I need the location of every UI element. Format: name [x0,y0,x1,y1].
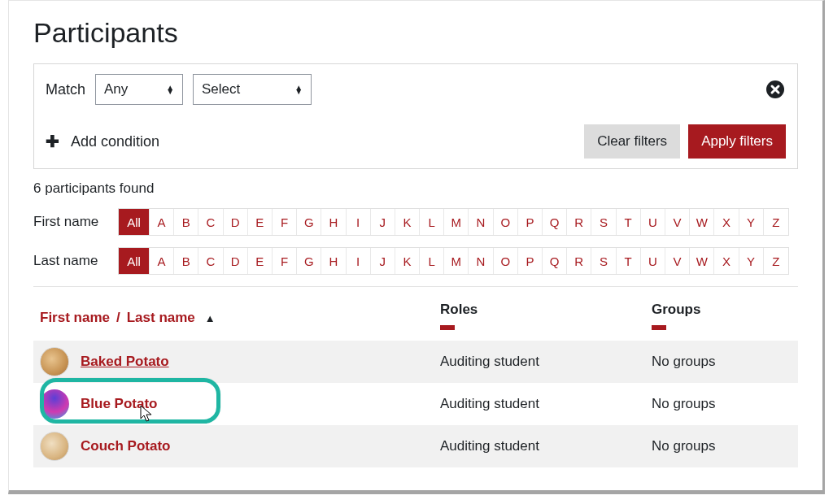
alpha-filter-letter[interactable]: K [395,209,420,235]
alpha-filter-letter[interactable]: U [641,248,665,274]
avatar[interactable] [40,347,69,376]
alpha-filter-letter[interactable]: J [371,209,395,235]
alpha-filter-letter[interactable]: E [248,248,273,274]
alpha-filter-letter[interactable]: I [347,248,371,274]
cell-role: Auditing student [440,396,652,412]
participant-name-link[interactable]: Couch Potato [81,438,171,454]
alpha-filter-letter[interactable]: O [494,248,518,274]
alpha-filter-letter[interactable]: Z [764,248,788,274]
sort-asc-icon: ▲ [205,312,216,324]
alpha-filter-letter[interactable]: A [150,248,174,274]
cell-name: Couch Potato [33,432,440,461]
alpha-filter-letter[interactable]: D [224,248,248,274]
alpha-filter-letter[interactable]: C [198,248,223,274]
cell-group: No groups [652,354,798,370]
alpha-filter-letter[interactable]: G [297,209,321,235]
remove-filter-button[interactable] [765,79,786,100]
sort-firstname-link[interactable]: First name [40,310,110,326]
table-row: Couch PotatoAuditing studentNo groups [33,425,798,467]
alpha-filter-all[interactable]: All [119,248,150,274]
cell-role: Auditing student [440,354,652,370]
select-caret-icon: ▲▼ [294,85,303,93]
filter-box: Match Any ▲▼ Select ▲▼ [33,63,798,169]
participant-name-link[interactable]: Baked Potato [81,354,169,370]
alpha-filter-letter[interactable]: V [665,248,690,274]
alpha-filter-letter[interactable]: K [395,248,420,274]
alpha-filter-letter[interactable]: A [150,209,174,235]
alpha-filter-letter[interactable]: F [273,209,297,235]
lastname-alpha-strip: AllABCDEFGHIJKLMNOPQRSTUVWXYZ [118,247,789,275]
alpha-filter-letter[interactable]: R [567,248,591,274]
alpha-filter-letter[interactable]: X [714,209,739,235]
alpha-filter-letter[interactable]: T [617,248,641,274]
filter-field-select[interactable]: Select ▲▼ [193,74,312,105]
participants-page: Participants Match Any ▲▼ Select ▲▼ [8,0,825,494]
table-row: Baked PotatoAuditing studentNo groups [33,341,798,383]
alpha-filter-letter[interactable]: V [665,209,690,235]
avatar[interactable] [40,432,69,461]
alpha-filter-letter[interactable]: B [174,209,198,235]
alpha-filter-letter[interactable]: O [494,209,518,235]
lastname-label: Last name [33,253,110,269]
col-header-name: First name / Last name ▲ [33,302,440,334]
table-row: Blue PotatoAuditing studentNo groups [33,383,798,425]
filter-row: Match Any ▲▼ Select ▲▼ [46,74,786,105]
col-header-groups: Groups [652,302,798,334]
alpha-filter-letter[interactable]: L [420,209,444,235]
cell-role: Auditing student [440,438,652,454]
match-any-select[interactable]: Any ▲▼ [95,74,183,105]
alpha-filter-letter[interactable]: E [248,209,273,235]
alpha-filter-letter[interactable]: G [297,248,321,274]
alpha-filter-letter[interactable]: P [518,209,543,235]
alpha-filter-letter[interactable]: M [444,248,469,274]
alpha-filter-letter[interactable]: Y [739,209,764,235]
collapse-roles-icon[interactable] [440,325,455,330]
name-slash: / [116,310,120,326]
collapse-groups-icon[interactable] [652,325,666,330]
alpha-filter-letter[interactable]: C [198,209,223,235]
alpha-filter-letter[interactable]: N [469,209,493,235]
clear-filters-button[interactable]: Clear filters [584,124,680,159]
alpha-filter-letter[interactable]: Y [739,248,764,274]
alpha-filter-letter[interactable]: P [518,248,543,274]
alpha-filter-letter[interactable]: B [174,248,198,274]
add-condition-button[interactable]: ✚ Add condition [46,132,159,151]
alpha-filter-letter[interactable]: M [444,209,469,235]
alpha-filter-letter[interactable]: Z [764,209,788,235]
alpha-filter-letter[interactable]: I [347,209,371,235]
match-label: Match [46,81,85,98]
alpha-filter-letter[interactable]: X [714,248,739,274]
alpha-filter-letter[interactable]: H [321,209,346,235]
alpha-filter-letter[interactable]: R [567,209,591,235]
divider [33,286,798,287]
alpha-filter-letter[interactable]: L [420,248,444,274]
cell-group: No groups [652,438,798,454]
lastname-alpha-row: Last name AllABCDEFGHIJKLMNOPQRSTUVWXYZ [33,247,798,275]
alpha-filter-letter[interactable]: Q [543,209,567,235]
alpha-filter-letter[interactable]: N [469,248,493,274]
alpha-filter-letter[interactable]: W [690,209,714,235]
select-caret-icon: ▲▼ [166,85,174,93]
add-condition-label: Add condition [71,133,159,150]
alpha-filter-letter[interactable]: S [591,209,616,235]
alpha-filter-letter[interactable]: U [641,209,665,235]
alpha-filter-letter[interactable]: J [371,248,395,274]
page-title: Participants [33,17,798,49]
alpha-filter-letter[interactable]: H [321,248,346,274]
groups-label: Groups [652,302,798,318]
filter-actions: ✚ Add condition Clear filters Apply filt… [46,124,786,159]
alpha-filter-letter[interactable]: F [273,248,297,274]
alpha-filter-letter[interactable]: Q [543,248,567,274]
apply-filters-button[interactable]: Apply filters [688,124,786,159]
alpha-filter-letter[interactable]: S [591,248,616,274]
avatar[interactable] [40,389,69,419]
alpha-filter-all[interactable]: All [119,209,150,235]
participant-name-link[interactable]: Blue Potato [81,396,157,412]
plus-icon: ✚ [46,132,59,151]
cell-group: No groups [652,396,798,412]
firstname-label: First name [33,214,110,230]
alpha-filter-letter[interactable]: T [617,209,641,235]
sort-lastname-link[interactable]: Last name [127,310,195,326]
alpha-filter-letter[interactable]: W [690,248,714,274]
alpha-filter-letter[interactable]: D [224,209,248,235]
